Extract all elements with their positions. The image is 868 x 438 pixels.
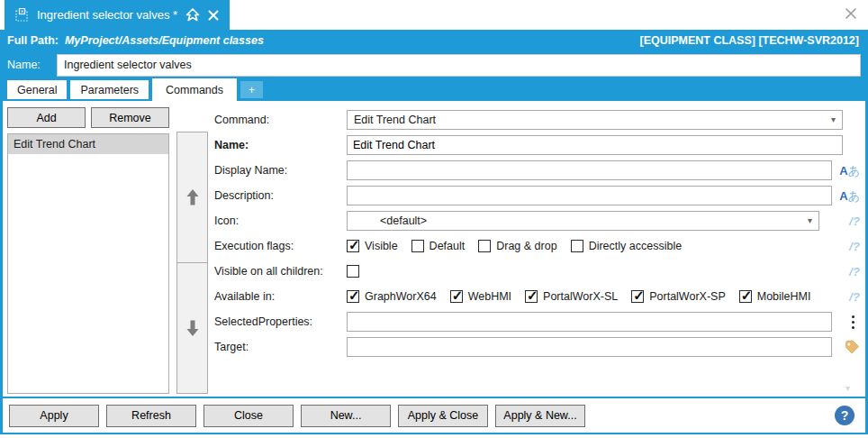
window-close-icon[interactable] xyxy=(845,7,857,20)
tab-parameters[interactable]: Parameters xyxy=(70,80,149,99)
visible-on-all-children-row: Visible on all children: /? xyxy=(214,259,863,284)
name-label: Name: xyxy=(7,59,57,71)
full-path-row: Full Path: MyProject/Assets/Equipment cl… xyxy=(0,30,868,51)
selected-properties-label: SelectedProperties: xyxy=(214,315,347,328)
header-band: Full Path: MyProject/Assets/Equipment cl… xyxy=(0,30,868,101)
description-input[interactable] xyxy=(347,186,832,205)
list-item[interactable]: Edit Trend Chart xyxy=(8,134,168,154)
up-arrow-icon xyxy=(186,189,199,205)
footer-bar: Apply Refresh Close New... Apply & Close… xyxy=(0,397,868,434)
tab-general-label: General xyxy=(17,84,57,96)
command-name-input[interactable] xyxy=(347,135,843,155)
checkbox-mobilehmi[interactable]: MobileHMI xyxy=(739,290,811,303)
checkbox-label: PortalWorX-SL xyxy=(543,290,618,303)
checkbox-label: Visible xyxy=(365,240,398,252)
command-form: Command: Edit Trend Chart ▾ Name: Displa… xyxy=(214,107,863,397)
float-window-icon[interactable] xyxy=(185,8,200,22)
checkbox-label: MobileHMI xyxy=(757,290,811,303)
move-up-button[interactable] xyxy=(176,132,208,263)
command-name-label: Name: xyxy=(214,139,347,151)
display-name-row: Display Name: Aあ xyxy=(214,158,863,183)
name-field-row: Name: xyxy=(214,132,863,158)
checkbox-box xyxy=(631,290,644,303)
expression-icon[interactable]: /? xyxy=(849,240,860,253)
translate-icon[interactable]: Aあ xyxy=(839,165,860,177)
command-row: Command: Edit Trend Chart ▾ xyxy=(214,107,863,132)
expression-icon[interactable]: /? xyxy=(849,265,860,278)
checkbox-portalworx-sp[interactable]: PortalWorX-SP xyxy=(631,290,726,303)
refresh-button[interactable]: Refresh xyxy=(106,405,196,427)
tab-commands[interactable]: Commands xyxy=(152,78,237,101)
help-icon[interactable]: ? xyxy=(835,406,854,425)
checkbox-graphworx64[interactable]: GraphWorX64 xyxy=(347,290,437,303)
move-down-button[interactable] xyxy=(176,262,208,394)
document-tab[interactable]: Ingredient selector valves * xyxy=(5,0,230,30)
tab-add-new[interactable]: + xyxy=(240,81,263,98)
target-row: Target: xyxy=(214,334,863,360)
display-name-input[interactable] xyxy=(347,160,832,180)
collapsed-dropdown-icon: ▾ xyxy=(845,383,850,393)
execution-flags-label: Execution flags: xyxy=(214,240,347,252)
equipment-class-icon xyxy=(15,8,29,22)
description-label: Description: xyxy=(214,189,347,202)
add-button[interactable]: Add xyxy=(7,107,86,128)
selected-properties-row: SelectedProperties: xyxy=(214,309,863,334)
new-button[interactable]: New... xyxy=(301,405,391,427)
command-list-panel: Add Remove Edit Trend Chart xyxy=(7,107,169,397)
command-combobox[interactable]: Edit Trend Chart ▾ xyxy=(347,110,843,130)
checkbox-label: GraphWorX64 xyxy=(365,290,437,303)
close-button[interactable]: Close xyxy=(203,405,294,427)
icon-label: Icon: xyxy=(214,214,347,227)
full-path-label: Full Path: xyxy=(7,34,59,47)
available-in-label: Available in: xyxy=(214,290,347,303)
tab-close-icon[interactable] xyxy=(208,10,219,21)
tab-commands-label: Commands xyxy=(166,84,223,96)
checkbox-box xyxy=(411,240,424,252)
checkbox-box xyxy=(450,290,463,303)
context-badge: [EQUIPMENT CLASS] [TECHW-SVR2012] xyxy=(639,34,859,47)
name-row: Name: xyxy=(0,51,868,78)
remove-button[interactable]: Remove xyxy=(91,107,169,128)
checkbox-box xyxy=(525,290,538,303)
tab-general[interactable]: General xyxy=(7,80,67,99)
icon-combobox[interactable]: <default> ▾ xyxy=(347,211,819,231)
description-row: Description: Aあ xyxy=(214,183,863,208)
checkbox-box xyxy=(739,290,752,303)
apply-new-button[interactable]: Apply & New... xyxy=(495,405,585,427)
expression-icon[interactable]: /? xyxy=(849,214,860,228)
titlebar: Ingredient selector valves * xyxy=(0,0,868,30)
document-tab-title: Ingredient selector valves * xyxy=(37,8,177,22)
commands-listbox[interactable]: Edit Trend Chart xyxy=(7,133,169,394)
tag-icon[interactable] xyxy=(845,340,860,355)
available-in-row: Available in: GraphWorX64 WebHMI PortalW… xyxy=(214,284,863,309)
tab-parameters-label: Parameters xyxy=(80,84,139,96)
expression-icon[interactable]: /? xyxy=(849,290,860,304)
display-name-label: Display Name: xyxy=(214,164,347,177)
execution-flags-row: Execution flags: Visible Default Drag & … xyxy=(214,233,863,259)
apply-close-button[interactable]: Apply & Close xyxy=(398,405,488,427)
checkbox-portalworx-sl[interactable]: PortalWorX-SL xyxy=(525,290,618,303)
apply-button[interactable]: Apply xyxy=(9,405,99,427)
checkbox-directly-accessible[interactable]: Directly accessible xyxy=(571,240,683,252)
checkbox-box xyxy=(347,240,359,252)
plus-icon: + xyxy=(249,84,255,96)
target-input[interactable] xyxy=(347,337,832,357)
translate-icon[interactable]: Aあ xyxy=(839,190,860,202)
target-label: Target: xyxy=(214,341,347,353)
checkbox-box xyxy=(571,240,583,252)
checkbox-label: WebHMI xyxy=(468,290,511,303)
ellipsis-icon[interactable] xyxy=(852,315,854,329)
checkbox-box xyxy=(347,290,359,303)
checkbox-drag-drop[interactable]: Drag & drop xyxy=(478,240,556,252)
name-input[interactable] xyxy=(57,54,861,77)
chevron-down-icon[interactable]: ▾ xyxy=(831,115,836,124)
checkbox-label: Drag & drop xyxy=(496,240,556,252)
tab-strip: General Parameters Commands + xyxy=(0,78,868,101)
selected-properties-input[interactable] xyxy=(347,312,832,332)
visible-on-all-children-label: Visible on all children: xyxy=(214,265,347,278)
checkbox-default[interactable]: Default xyxy=(411,240,466,252)
checkbox-visible[interactable]: Visible xyxy=(347,240,398,252)
chevron-down-icon[interactable]: ▾ xyxy=(808,216,812,225)
checkbox-visible-on-all-children[interactable] xyxy=(347,265,365,278)
checkbox-webhmi[interactable]: WebHMI xyxy=(450,290,511,303)
